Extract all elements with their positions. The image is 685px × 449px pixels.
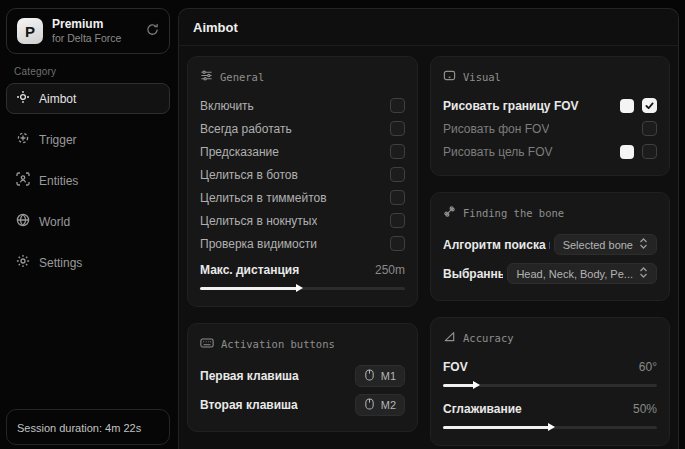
triangle-icon: [443, 329, 456, 347]
toggle-label: Рисовать границу FOV: [443, 99, 579, 113]
toggle-label: Проверка видимости: [200, 237, 317, 251]
selected-bones-row: Выбранные кости Head, Neck, Body, Pe...: [443, 260, 657, 287]
fov-row: FOV 60°: [443, 356, 657, 377]
panel-title: Activation buttons: [221, 338, 335, 350]
toggle-label: Целиться в ботов: [200, 168, 298, 182]
bone-panel-header: Finding the bone: [443, 204, 657, 222]
toggle-row-target-knocked: Целиться в нокнутых: [200, 210, 405, 231]
fov-slider[interactable]: [443, 380, 657, 390]
slider-label: Макс. дистанция: [200, 263, 299, 277]
second-key-row: Вторая клавиша M2: [200, 391, 405, 418]
toggle-label: Целиться в тиммейтов: [200, 191, 327, 205]
keybind-button-m1[interactable]: M1: [355, 365, 405, 387]
unfold-icon: [639, 267, 648, 280]
slider-value: 60°: [639, 360, 657, 374]
smoothing-slider[interactable]: [443, 422, 657, 432]
sync-icon[interactable]: [146, 23, 159, 39]
slider-value: 250m: [375, 263, 405, 277]
person-scan-icon: [16, 172, 30, 189]
activation-panel-header: Activation buttons: [200, 335, 405, 353]
license-subtitle: for Delta Force: [52, 32, 137, 45]
unfold-icon: [639, 238, 648, 251]
page-title: Aimbot: [193, 20, 664, 35]
dropdown-value: Selected bone: [563, 239, 633, 251]
panel-title: Finding the bone: [463, 207, 564, 219]
sidebar: P Premium for Delta Force Category Aimbo…: [0, 0, 176, 449]
dropdown-label: Выбранные кости: [443, 267, 503, 281]
keybind-button-m2[interactable]: M2: [355, 394, 405, 416]
checkbox[interactable]: [390, 121, 405, 136]
max-distance-slider[interactable]: [200, 283, 405, 293]
right-column: Visual Рисовать границу FOV Рисовать фон…: [430, 56, 670, 449]
visual-panel: Visual Рисовать границу FOV Рисовать фон…: [430, 56, 670, 176]
draw-fov-border-row: Рисовать границу FOV: [443, 95, 657, 116]
draw-fov-background-row: Рисовать фон FOV: [443, 118, 657, 139]
panel-title: Visual: [463, 71, 501, 83]
sidebar-item-trigger[interactable]: Trigger: [6, 124, 170, 155]
dropdown-value: Head, Neck, Body, Pe...: [516, 268, 633, 280]
main-panel: Aimbot General Включить: [178, 8, 679, 449]
toggle-label: Рисовать фон FOV: [443, 122, 549, 136]
session-duration-card: Session duration: 4m 22s: [6, 409, 170, 445]
accuracy-panel: Accuracy FOV 60° Сглаживание 50%: [430, 317, 670, 446]
checkbox[interactable]: [390, 213, 405, 228]
bone-algorithm-row: Алгоритм поиска кости Selected bone: [443, 231, 657, 258]
keybind-value: M2: [381, 399, 396, 411]
toggle-label: Рисовать цель FOV: [443, 145, 553, 159]
finding-bone-panel: Finding the bone Алгоритм поиска кости S…: [430, 192, 670, 301]
keybind-label: Вторая клавиша: [200, 398, 298, 412]
activation-buttons-panel: Activation buttons Первая клавиша M1: [187, 323, 418, 432]
visual-panel-header: Visual: [443, 68, 657, 86]
toggle-label: Предсказание: [200, 145, 279, 159]
checkbox[interactable]: [390, 98, 405, 113]
checkbox[interactable]: [642, 121, 657, 136]
panel-title: Accuracy: [463, 332, 514, 344]
accuracy-panel-header: Accuracy: [443, 329, 657, 347]
slider-value: 50%: [633, 402, 657, 416]
session-duration-text: Session duration: 4m 22s: [17, 422, 141, 434]
checkbox[interactable]: [642, 144, 657, 159]
checkbox[interactable]: [390, 167, 405, 182]
general-panel-header: General: [200, 68, 405, 86]
visual-icon: [443, 68, 456, 86]
toggle-row-prediction: Предсказание: [200, 141, 405, 162]
slider-label: Сглаживание: [443, 402, 522, 416]
mouse-icon: [364, 398, 375, 412]
checkbox[interactable]: [642, 98, 657, 113]
toggle-row-enable: Включить: [200, 95, 405, 116]
keybind-value: M1: [381, 370, 396, 382]
mouse-icon: [364, 369, 375, 383]
license-title: Premium: [52, 17, 137, 32]
sidebar-item-entities[interactable]: Entities: [6, 165, 170, 196]
checkbox[interactable]: [390, 190, 405, 205]
sidebar-item-label: Aimbot: [39, 92, 76, 106]
category-label: Category: [14, 66, 170, 77]
tune-icon: [200, 68, 213, 86]
sidebar-item-label: World: [39, 215, 70, 229]
color-swatch[interactable]: [620, 145, 634, 159]
color-swatch[interactable]: [620, 99, 634, 113]
sidebar-item-aimbot[interactable]: Aimbot: [6, 83, 170, 114]
sidebar-item-settings[interactable]: Settings: [6, 247, 170, 278]
smoothing-row: Сглаживание 50%: [443, 398, 657, 419]
toggle-label: Целиться в нокнутых: [200, 214, 317, 228]
app-window: P Premium for Delta Force Category Aimbo…: [0, 0, 685, 449]
toggle-label: Всегда работать: [200, 122, 292, 136]
sidebar-item-world[interactable]: World: [6, 206, 170, 237]
general-panel: General Включить Всегда работать Предска…: [187, 56, 418, 307]
bone-algorithm-select[interactable]: Selected bone: [554, 234, 657, 255]
sidebar-item-label: Entities: [39, 174, 78, 188]
toggle-row-target-bots: Целиться в ботов: [200, 164, 405, 185]
license-card: P Premium for Delta Force: [6, 8, 170, 54]
toggle-row-target-teammates: Целиться в тиммейтов: [200, 187, 405, 208]
globe-icon: [16, 213, 30, 230]
slider-label: FOV: [443, 360, 468, 374]
checkbox[interactable]: [390, 144, 405, 159]
selected-bones-select[interactable]: Head, Neck, Body, Pe...: [507, 263, 657, 284]
first-key-row: Первая клавиша M1: [200, 362, 405, 389]
checkbox[interactable]: [390, 236, 405, 251]
toggle-row-always-work: Всегда работать: [200, 118, 405, 139]
max-distance-row: Макс. дистанция 250m: [200, 259, 405, 280]
panel-columns: General Включить Всегда работать Предска…: [179, 46, 678, 449]
panel-title: General: [220, 71, 264, 83]
